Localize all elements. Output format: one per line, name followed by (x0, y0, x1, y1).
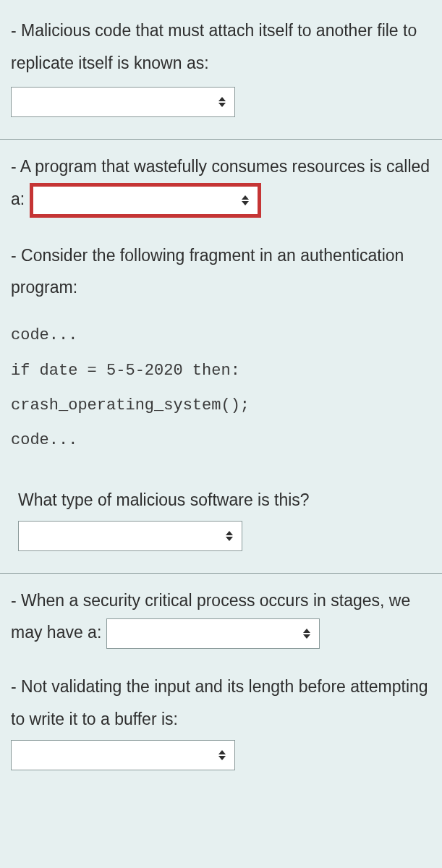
question-2-select[interactable] (33, 190, 258, 218)
question-3-sub-text: What type of malicious software is this? (18, 484, 431, 516)
question-1-select[interactable] (12, 90, 234, 119)
question-5-text: - Not validating the input and its lengt… (11, 671, 431, 736)
code-fragment: code... if date = 5-5-2020 then: crash_o… (11, 318, 431, 459)
question-4: - When a security critical process occur… (11, 584, 431, 650)
question-4-select[interactable] (107, 622, 319, 651)
question-5: - Not validating the input and its lengt… (11, 671, 431, 770)
question-3-sub: What type of malicious software is this? (18, 484, 431, 551)
question-5-select-wrapper[interactable] (11, 740, 235, 770)
question-1-text: - Malicious code that must attach itself… (11, 21, 417, 72)
question-3-select-wrapper[interactable] (18, 521, 242, 551)
question-2-select-wrapper[interactable] (30, 183, 261, 218)
code-line-4: code... (11, 423, 431, 458)
divider (0, 139, 442, 140)
question-4-select-wrapper[interactable] (106, 618, 320, 649)
question-3: - Consider the following fragment in an … (11, 239, 431, 551)
question-1-select-wrapper[interactable] (11, 87, 235, 117)
code-line-1: code... (11, 318, 431, 353)
question-1: - Malicious code that must attach itself… (11, 14, 431, 117)
question-3-select[interactable] (19, 524, 242, 553)
code-line-2: if date = 5-5-2020 then: (11, 354, 431, 388)
question-2: - A program that wastefully consumes res… (11, 150, 431, 218)
code-line-3: crash_operating_system(); (11, 388, 431, 423)
question-3-intro: - Consider the following fragment in an … (11, 239, 431, 305)
divider (0, 573, 442, 574)
question-5-select[interactable] (12, 744, 234, 773)
